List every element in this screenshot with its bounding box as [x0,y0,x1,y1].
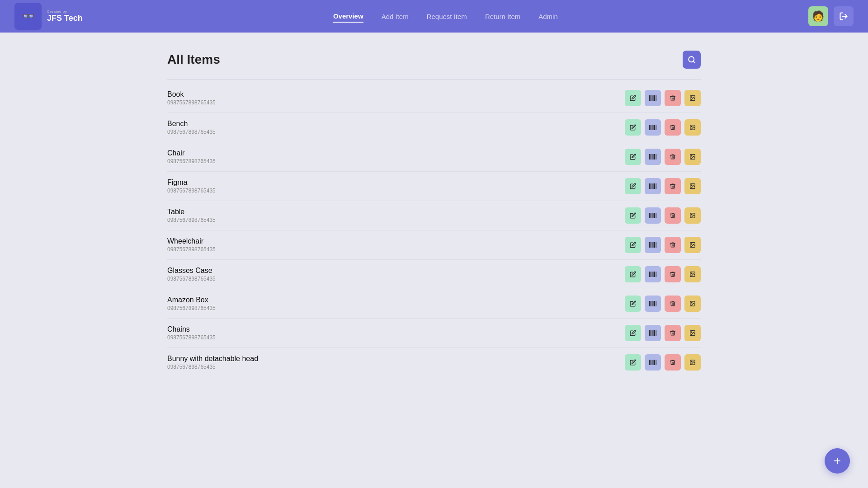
item-name: Table [167,208,625,216]
edit-button[interactable] [625,207,641,224]
nav-return-item[interactable]: Return Item [485,11,520,22]
barcode-button[interactable] [645,354,661,371]
delete-button[interactable] [665,90,681,106]
edit-icon [630,183,636,189]
svg-rect-47 [649,213,650,218]
nav-admin[interactable]: Admin [538,11,558,22]
svg-rect-28 [652,154,652,160]
svg-rect-41 [654,183,654,189]
item-actions [625,354,701,371]
svg-rect-37 [650,183,651,189]
svg-rect-85 [654,301,654,306]
trash-icon [670,95,676,101]
edit-icon [630,359,636,366]
svg-rect-8 [654,95,654,101]
item-actions [625,266,701,282]
edit-icon [630,242,636,248]
edit-button[interactable] [625,325,641,341]
image-button[interactable] [684,90,701,106]
image-button[interactable] [684,266,701,282]
delete-button[interactable] [665,207,681,224]
add-fab-button[interactable]: + [825,448,850,474]
item-id: 0987567898765435 [167,99,625,106]
delete-button[interactable] [665,178,681,194]
item-actions [625,90,701,106]
trash-icon [670,300,676,307]
barcode-button[interactable] [645,296,661,312]
image-button[interactable] [684,178,701,194]
svg-rect-77 [656,272,656,277]
svg-rect-16 [651,125,652,130]
edit-icon [630,271,636,277]
svg-rect-105 [652,360,652,365]
search-icon [688,56,696,64]
barcode-button[interactable] [645,90,661,106]
svg-rect-3 [649,95,650,101]
delete-button[interactable] [665,119,681,136]
nav-add-item[interactable]: Add Item [382,11,409,22]
edit-button[interactable] [625,296,641,312]
svg-rect-53 [654,213,655,218]
image-button[interactable] [684,237,701,253]
barcode-button[interactable] [645,149,661,165]
image-button[interactable] [684,296,701,312]
item-name: Book [167,90,625,99]
barcode-button[interactable] [645,119,661,136]
item-actions [625,119,701,136]
avatar[interactable]: 🧑 [808,6,828,26]
list-item: Glasses Case 0987567898765435 [167,260,701,289]
svg-rect-29 [653,154,653,160]
delete-button[interactable] [665,237,681,253]
delete-button[interactable] [665,296,681,312]
svg-rect-75 [654,272,655,277]
nav-overview[interactable]: Overview [333,10,363,23]
svg-rect-27 [651,154,652,160]
image-button[interactable] [684,325,701,341]
barcode-button[interactable] [645,237,661,253]
barcode-button[interactable] [645,207,661,224]
image-icon [689,124,696,131]
svg-rect-62 [653,242,653,248]
barcode-icon [649,359,656,366]
nav-request-item[interactable]: Request Item [427,11,467,22]
item-name: Bench [167,120,625,128]
image-button[interactable] [684,354,701,371]
delete-button[interactable] [665,354,681,371]
image-button[interactable] [684,119,701,136]
barcode-button[interactable] [645,266,661,282]
image-button[interactable] [684,149,701,165]
svg-rect-103 [650,360,651,365]
item-id: 0987567898765435 [167,305,625,311]
edit-button[interactable] [625,119,641,136]
glasses-icon: 👓 [22,11,34,21]
edit-button[interactable] [625,354,641,371]
svg-rect-81 [650,301,651,306]
svg-rect-33 [656,154,656,160]
main-content: All Items Book 0987567898765435 [140,33,728,395]
edit-button[interactable] [625,266,641,282]
edit-button[interactable] [625,149,641,165]
logout-button[interactable] [834,6,854,26]
delete-button[interactable] [665,266,681,282]
svg-rect-31 [654,154,655,160]
delete-button[interactable] [665,149,681,165]
svg-rect-50 [652,213,652,218]
page-title: All Items [167,52,220,67]
svg-rect-52 [654,213,654,218]
trash-icon [670,271,676,277]
image-icon [689,359,696,366]
svg-rect-91 [649,330,650,336]
edit-button[interactable] [625,178,641,194]
item-name: Amazon Box [167,296,625,304]
edit-button[interactable] [625,90,641,106]
image-icon [689,183,696,189]
search-button[interactable] [683,51,701,69]
delete-button[interactable] [665,325,681,341]
image-icon [689,154,696,160]
barcode-button[interactable] [645,178,661,194]
edit-button[interactable] [625,237,641,253]
image-button[interactable] [684,207,701,224]
item-actions [625,237,701,253]
barcode-button[interactable] [645,325,661,341]
list-item: Bunny with detachable head 0987567898765… [167,348,701,377]
